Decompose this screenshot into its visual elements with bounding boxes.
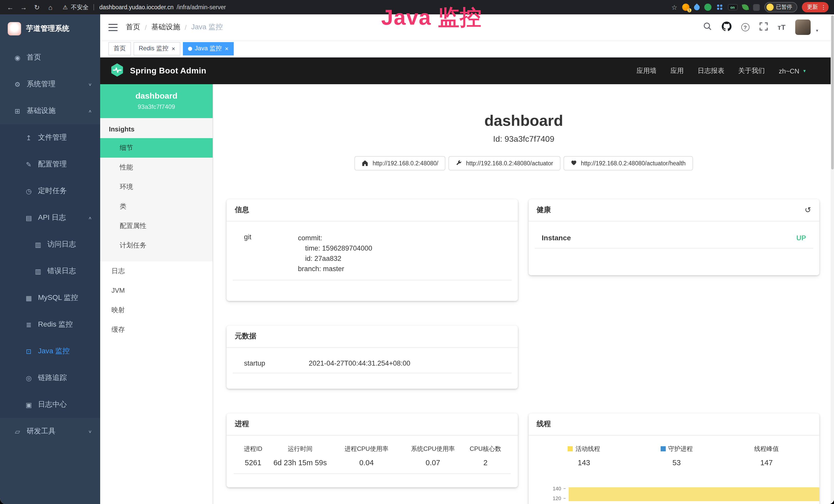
kebab-menu-icon[interactable]: ⋮ [820,4,827,10]
sidebar-item-tracing[interactable]: ◎链路追踪 [0,365,100,391]
sidebar-item-error-logs[interactable]: ▥错误日志 [0,258,100,284]
breadcrumb-separator: / [145,23,147,31]
sidebar-fold-icon[interactable] [108,23,118,31]
metric-label: 进程ID [234,441,272,453]
legend-text: 线程峰值 [754,441,779,452]
bookmark-star-icon[interactable]: ☆ [672,3,677,11]
dashboard-icon: ◉ [13,54,22,61]
extension-drop-icon[interactable] [693,3,700,11]
sidebar-item-home[interactable]: ◉首页 [0,44,100,71]
github-icon[interactable] [722,21,731,33]
subnav-item-performance[interactable]: 性能 [100,158,213,177]
header-actions: ? тT ▼ [702,20,826,35]
extension-leaf-icon[interactable] [742,4,749,11]
extension-green-icon[interactable] [704,4,711,11]
status-badge: UP [796,234,806,242]
extension-orange-icon[interactable]: 1 [682,4,689,11]
extension-grid-icon[interactable] [716,4,723,11]
search-icon[interactable] [702,22,712,33]
reload-button[interactable]: ↻ [31,1,43,13]
threads-legend-table: 活动线程 守护进程 线程峰值 143 53 147 [535,441,812,474]
instance-sidebar: dashboard 93a3fc7f7409 Insights 细节 性能 环境… [100,84,213,504]
mysql-icon: ▦ [25,294,33,302]
subnav-item-logs[interactable]: 日志 [100,261,213,281]
security-label: 不安全 [71,3,89,11]
sidebar-item-system[interactable]: ⚙系统管理∨ [0,71,100,97]
scrollbar-thumb[interactable] [831,16,834,169]
actuator-url-button[interactable]: http://192.168.0.2:48080/actuator [448,156,560,170]
process-metrics-table: 进程ID 运行时间 进程CPU使用率 系统CPU使用率 CPU核心数 5261 … [234,441,510,474]
health-card: 健康↺ Instance UP [528,199,819,275]
back-button[interactable]: ← [4,1,17,13]
extensions-puzzle-icon[interactable] [753,4,760,10]
metric-label: 运行时间 [272,441,328,453]
sba-nav-journal[interactable]: 日志报表 [698,66,724,75]
sidebar-item-config-management[interactable]: ✎配置管理 [0,151,100,178]
subnav-item-scheduled-tasks[interactable]: 计划任务 [100,236,213,255]
sidebar-item-file-management[interactable]: ↥文件管理 [0,124,100,151]
extension-badge: 1 [687,8,691,12]
breadcrumb-infrastructure[interactable]: 基础设施 [151,23,180,32]
close-icon[interactable]: × [172,45,175,52]
sba-nav-wall[interactable]: 应用墙 [636,66,657,75]
instance-header[interactable]: dashboard 93a3fc7f7409 [100,84,213,118]
table-row: Instance UP [534,229,813,249]
tab-home[interactable]: 首页 [108,42,131,55]
sidebar-item-java-monitor[interactable]: ⊡Java 监控 [0,338,100,365]
table-row: 143 53 147 [535,453,812,474]
subnav-item-classes[interactable]: 类 [100,197,213,216]
subnav-item-config-props[interactable]: 配置属性 [100,216,213,236]
subnav-item-details[interactable]: 细节 [100,138,213,158]
extension-on-switch-icon[interactable]: on [728,4,738,10]
table-row: git commit: time: 1596289704000 id: 27aa… [233,229,511,280]
sidebar-item-infrastructure[interactable]: ⊞基础设施∧ [0,97,100,124]
forward-button[interactable]: → [18,1,30,13]
app-logo[interactable]: 芋道管理系统 [0,15,100,43]
sidebar-item-log-center[interactable]: ▣日志中心 [0,391,100,418]
sidebar-item-scheduled-tasks[interactable]: ◷定时任务 [0,178,100,204]
paused-label: 已暂停 [776,4,792,11]
subnav-item-environment[interactable]: 环境 [100,177,213,197]
tab-redis-monitor[interactable]: Redis 监控× [134,42,180,55]
locale-select[interactable]: zh~CN▼ [779,67,807,75]
y-tick-label: 120 [553,495,561,501]
breadcrumb-home[interactable]: 首页 [126,23,140,32]
sidebar-item-dev-tools[interactable]: ▱研发工具∨ [0,418,100,445]
home-icon [362,159,369,167]
sidebar-item-access-logs[interactable]: ▥访问日志 [0,231,100,258]
sidebar-item-redis-monitor[interactable]: ≣Redis 监控 [0,311,100,338]
tab-java-monitor[interactable]: Java 监控× [183,42,234,55]
card-title: 健康 [536,205,551,215]
sba-nav-about[interactable]: 关于我们 [738,66,765,75]
instance-url-button[interactable]: http://192.168.0.2:48080/ [355,156,446,170]
sidebar-item-label: Java 监控 [38,347,70,356]
avatar[interactable] [795,20,811,35]
health-url-button[interactable]: http://192.168.0.2:48080/actuator/health [563,156,693,170]
sidebar-item-label: 日志中心 [38,400,67,409]
update-button[interactable]: 更新 ⋮ [802,2,829,12]
app-sidebar: 芋道管理系统 ◉首页 ⚙系统管理∨ ⊞基础设施∧ ↥文件管理 ✎配置管理 ◷定时… [0,15,100,504]
sidebar-item-label: 链路追踪 [38,373,67,383]
font-size-icon[interactable]: тT [777,23,786,31]
address-bar[interactable]: ⚠ 不安全 dashboard.yudao.iocoder.cn/infra/a… [63,3,226,11]
update-label: 更新 [807,4,818,11]
sba-brand[interactable]: Spring Boot Admin [130,66,206,75]
subnav-item-mappings[interactable]: 映射 [100,300,213,320]
link-label: http://192.168.0.2:48080/ [373,160,438,166]
subnav-item-caches[interactable]: 缓存 [100,320,213,339]
sba-nav-applications[interactable]: 应用 [671,66,684,75]
sidebar-item-mysql-monitor[interactable]: ▦MySQL 监控 [0,284,100,311]
home-button[interactable]: ⌂ [44,1,57,13]
history-icon[interactable]: ↺ [805,205,811,215]
help-icon[interactable]: ? [741,23,749,31]
subnav-item-jvm[interactable]: JVM [100,281,213,300]
profile-paused-badge[interactable]: 已暂停 [764,2,797,12]
metric-value: 0.04 [328,453,405,474]
sidebar-item-api-logs[interactable]: ▤API 日志∧ [0,204,100,231]
insights-group: Insights 细节 性能 环境 类 配置属性 计划任务 [100,118,213,261]
fullscreen-icon[interactable] [759,22,768,32]
link-label: http://192.168.0.2:48080/actuator [466,160,553,166]
page-scrollbar [831,15,834,504]
threads-chart: 140 120 100 [528,486,819,504]
close-icon[interactable]: × [225,45,228,52]
